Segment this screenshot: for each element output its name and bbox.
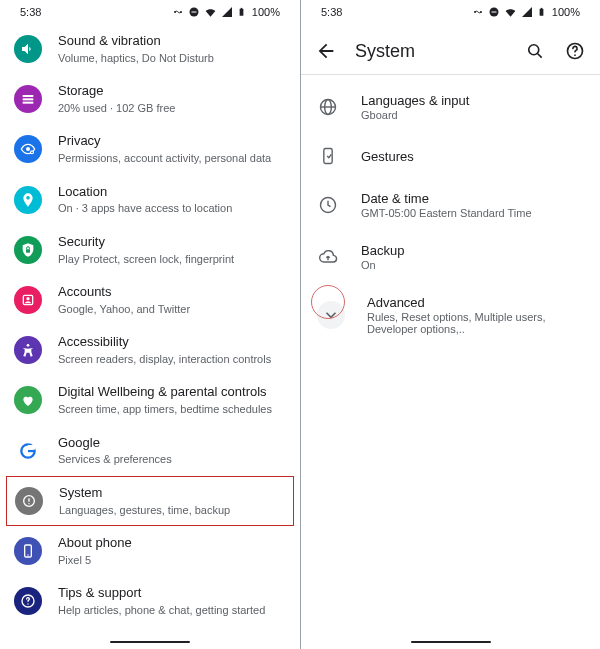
signal-icon [521, 6, 533, 18]
chevron-down-icon [317, 301, 345, 329]
system-icon [15, 487, 43, 515]
google-icon [14, 437, 42, 465]
about-phone-icon [14, 537, 42, 565]
svg-point-14 [26, 297, 29, 300]
status-bar: 5:38 100% [301, 0, 600, 24]
dnd-icon [188, 6, 200, 18]
svg-rect-28 [491, 12, 496, 13]
phone-right: 5:38 100% System Languages & [300, 0, 600, 649]
status-bar: 5:38 100% [0, 0, 300, 24]
svg-rect-8 [23, 102, 34, 104]
system-list: Languages & input Gboard Gestures Date &… [301, 81, 600, 347]
svg-rect-29 [539, 9, 543, 16]
globe-icon [317, 96, 339, 118]
status-time: 5:38 [321, 6, 342, 18]
svg-point-15 [27, 344, 30, 347]
back-button[interactable] [315, 40, 337, 62]
help-button[interactable] [564, 40, 586, 62]
settings-item-google[interactable]: Google Services & preferences [0, 426, 300, 476]
settings-item-wellbeing[interactable]: Digital Wellbeing & parental controls Sc… [0, 375, 300, 425]
system-item-languages[interactable]: Languages & input Gboard [301, 81, 600, 133]
page-title: System [355, 41, 506, 62]
wifi-icon [204, 6, 217, 19]
svg-line-32 [538, 54, 542, 58]
battery-percent: 100% [552, 6, 580, 18]
svg-point-24 [27, 603, 28, 604]
settings-item-storage[interactable]: Storage 20% used · 102 GB free [0, 74, 300, 124]
svg-rect-17 [28, 445, 35, 450]
settings-list: Sound & vibration Volume, haptics, Do No… [0, 24, 300, 638]
nfc-icon [172, 6, 184, 18]
svg-point-34 [574, 54, 576, 56]
settings-item-accounts[interactable]: Accounts Google, Yahoo, and Twitter [0, 275, 300, 325]
gestures-icon [317, 145, 339, 167]
location-icon [14, 186, 42, 214]
system-item-datetime[interactable]: Date & time GMT-05:00 Eastern Standard T… [301, 179, 600, 231]
battery-icon [237, 5, 246, 19]
battery-icon [537, 5, 546, 19]
settings-item-location[interactable]: Location On · 3 apps have access to loca… [0, 175, 300, 225]
nfc-icon [472, 6, 484, 18]
system-item-gestures[interactable]: Gestures [301, 133, 600, 179]
svg-rect-12 [26, 249, 30, 252]
accounts-icon [14, 286, 42, 314]
settings-item-system[interactable]: System Languages, gestures, time, backup [6, 476, 294, 526]
svg-rect-5 [241, 8, 243, 9]
accessibility-icon [14, 336, 42, 364]
svg-point-20 [28, 503, 29, 504]
system-item-backup[interactable]: Backup On [301, 231, 600, 283]
status-time: 5:38 [20, 6, 41, 18]
status-icons: 100% [472, 5, 580, 19]
svg-point-9 [26, 147, 30, 151]
wifi-icon [504, 6, 517, 19]
wellbeing-icon [14, 386, 42, 414]
nav-handle[interactable] [110, 641, 190, 643]
settings-item-sub: Volume, haptics, Do Not Disturb [58, 51, 284, 65]
svg-rect-7 [23, 99, 34, 101]
settings-item-privacy[interactable]: Privacy Permissions, account activity, p… [0, 124, 300, 174]
svg-point-22 [27, 554, 28, 555]
battery-percent: 100% [252, 6, 280, 18]
signal-icon [221, 6, 233, 18]
search-button[interactable] [524, 40, 546, 62]
svg-rect-3 [191, 12, 196, 13]
settings-item-security[interactable]: Security Play Protect, screen lock, fing… [0, 225, 300, 275]
settings-item-sound[interactable]: Sound & vibration Volume, haptics, Do No… [0, 24, 300, 74]
nav-handle[interactable] [411, 641, 491, 643]
dnd-icon [488, 6, 500, 18]
privacy-icon [14, 135, 42, 163]
clock-icon [317, 194, 339, 216]
divider [301, 74, 600, 75]
svg-rect-30 [541, 8, 543, 9]
storage-icon [14, 85, 42, 113]
settings-item-about[interactable]: About phone Pixel 5 [0, 526, 300, 576]
status-icons: 100% [172, 5, 280, 19]
settings-item-tips[interactable]: Tips & support Help articles, phone & ch… [0, 576, 300, 626]
svg-point-31 [529, 45, 539, 55]
phone-left: 5:38 100% Sound & vibration Volume, hapt… [0, 0, 300, 649]
security-icon [14, 236, 42, 264]
backup-icon [317, 246, 339, 268]
page-header: System [301, 24, 600, 74]
settings-item-accessibility[interactable]: Accessibility Screen readers, display, i… [0, 325, 300, 375]
svg-rect-11 [31, 152, 33, 153]
system-item-advanced[interactable]: Advanced Rules, Reset options, Multiple … [301, 283, 600, 347]
sound-icon [14, 35, 42, 63]
svg-rect-6 [23, 95, 34, 97]
tips-icon [14, 587, 42, 615]
settings-item-title: Sound & vibration [58, 33, 284, 50]
svg-rect-4 [239, 9, 243, 16]
